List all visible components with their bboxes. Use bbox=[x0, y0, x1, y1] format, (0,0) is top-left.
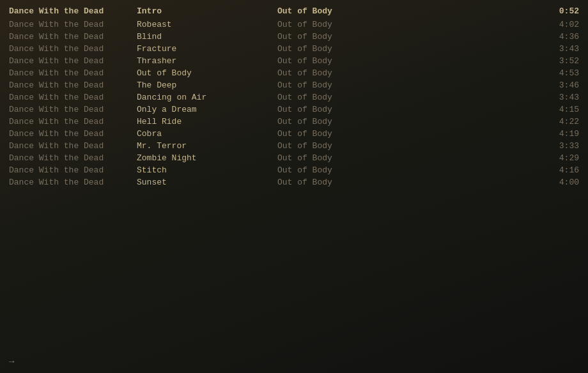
header-title: Intro bbox=[137, 6, 277, 16]
track-album: Out of Body bbox=[277, 32, 541, 42]
track-artist: Dance With the Dead bbox=[9, 44, 137, 54]
table-row[interactable]: Dance With the DeadOnly a DreamOut of Bo… bbox=[0, 103, 588, 116]
track-duration: 4:19 bbox=[541, 129, 579, 139]
table-row[interactable]: Dance With the DeadMr. TerrorOut of Body… bbox=[0, 140, 588, 152]
track-list-header: Dance With the Dead Intro Out of Body 0:… bbox=[0, 5, 588, 17]
track-duration: 3:43 bbox=[541, 93, 579, 102]
track-album: Out of Body bbox=[277, 68, 541, 78]
track-artist: Dance With the Dead bbox=[9, 80, 137, 90]
track-duration: 3:46 bbox=[541, 80, 579, 90]
track-artist: Dance With the Dead bbox=[9, 141, 137, 151]
track-duration: 3:43 bbox=[541, 44, 579, 54]
track-duration: 3:52 bbox=[541, 56, 579, 66]
track-title: Hell Ride bbox=[137, 117, 277, 126]
track-album: Out of Body bbox=[277, 93, 541, 102]
header-artist: Dance With the Dead bbox=[9, 6, 137, 16]
track-album: Out of Body bbox=[277, 165, 541, 175]
track-title: Sunset bbox=[137, 178, 277, 187]
track-title: Fracture bbox=[137, 44, 277, 54]
track-title: Thrasher bbox=[137, 56, 277, 66]
track-artist: Dance With the Dead bbox=[9, 93, 137, 102]
track-title: Only a Dream bbox=[137, 105, 277, 114]
table-row[interactable]: Dance With the DeadBlindOut of Body4:36 bbox=[0, 31, 588, 43]
track-album: Out of Body bbox=[277, 178, 541, 187]
track-artist: Dance With the Dead bbox=[9, 68, 137, 78]
track-title: Blind bbox=[137, 32, 277, 42]
track-album: Out of Body bbox=[277, 56, 541, 66]
track-artist: Dance With the Dead bbox=[9, 117, 137, 126]
table-row[interactable]: Dance With the DeadStitchOut of Body4:16 bbox=[0, 164, 588, 176]
table-row[interactable]: Dance With the DeadThe DeepOut of Body3:… bbox=[0, 79, 588, 91]
track-artist: Dance With the Dead bbox=[9, 20, 137, 29]
track-title: Mr. Terror bbox=[137, 141, 277, 151]
header-album: Out of Body bbox=[277, 6, 541, 16]
table-row[interactable]: Dance With the DeadRobeastOut of Body4:0… bbox=[0, 19, 588, 31]
table-row[interactable]: Dance With the DeadOut of BodyOut of Bod… bbox=[0, 67, 588, 79]
track-artist: Dance With the Dead bbox=[9, 178, 137, 187]
track-duration: 4:53 bbox=[541, 68, 579, 78]
track-album: Out of Body bbox=[277, 44, 541, 54]
track-duration: 4:15 bbox=[541, 105, 579, 114]
header-duration: 0:52 bbox=[541, 6, 579, 16]
table-row[interactable]: Dance With the DeadThrasherOut of Body3:… bbox=[0, 55, 588, 67]
track-album: Out of Body bbox=[277, 80, 541, 90]
track-duration: 4:29 bbox=[541, 153, 579, 163]
track-duration: 3:33 bbox=[541, 141, 579, 151]
track-album: Out of Body bbox=[277, 105, 541, 114]
track-artist: Dance With the Dead bbox=[9, 32, 137, 42]
bottom-arrow: → bbox=[9, 356, 14, 367]
table-row[interactable]: Dance With the DeadCobraOut of Body4:19 bbox=[0, 128, 588, 140]
track-duration: 4:16 bbox=[541, 165, 579, 175]
track-title: Dancing on Air bbox=[137, 93, 277, 102]
track-title: The Deep bbox=[137, 80, 277, 90]
track-duration: 4:36 bbox=[541, 32, 579, 42]
track-title: Zombie Night bbox=[137, 153, 277, 163]
track-list: Dance With the Dead Intro Out of Body 0:… bbox=[0, 0, 588, 194]
track-album: Out of Body bbox=[277, 20, 541, 29]
track-artist: Dance With the Dead bbox=[9, 56, 137, 66]
track-title: Robeast bbox=[137, 20, 277, 29]
track-album: Out of Body bbox=[277, 141, 541, 151]
table-row[interactable]: Dance With the DeadHell RideOut of Body4… bbox=[0, 116, 588, 128]
track-duration: 4:02 bbox=[541, 20, 579, 29]
table-row[interactable]: Dance With the DeadFractureOut of Body3:… bbox=[0, 43, 588, 55]
track-duration: 4:00 bbox=[541, 178, 579, 187]
track-artist: Dance With the Dead bbox=[9, 129, 137, 139]
track-album: Out of Body bbox=[277, 129, 541, 139]
table-row[interactable]: Dance With the DeadZombie NightOut of Bo… bbox=[0, 152, 588, 164]
track-title: Out of Body bbox=[137, 68, 277, 78]
track-artist: Dance With the Dead bbox=[9, 153, 137, 163]
track-duration: 4:22 bbox=[541, 117, 579, 126]
track-title: Stitch bbox=[137, 165, 277, 175]
table-row[interactable]: Dance With the DeadDancing on AirOut of … bbox=[0, 91, 588, 103]
track-title: Cobra bbox=[137, 129, 277, 139]
track-album: Out of Body bbox=[277, 117, 541, 126]
table-row[interactable]: Dance With the DeadSunsetOut of Body4:00 bbox=[0, 176, 588, 188]
track-artist: Dance With the Dead bbox=[9, 165, 137, 175]
track-album: Out of Body bbox=[277, 153, 541, 163]
track-artist: Dance With the Dead bbox=[9, 105, 137, 114]
